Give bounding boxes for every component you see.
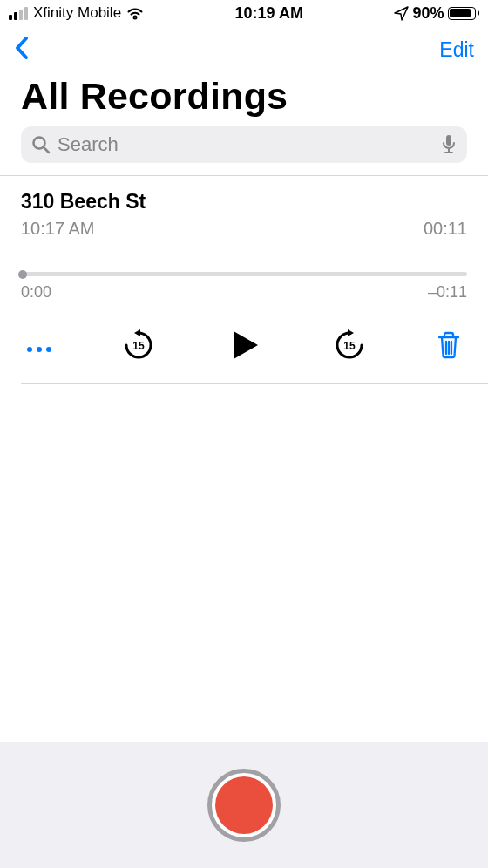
skip-back-15-icon: 15 [121,328,156,363]
svg-marker-6 [134,329,140,336]
microphone-icon[interactable] [441,134,457,155]
play-icon [225,326,263,364]
search-icon [31,135,51,154]
page-title: All Recordings [0,70,488,126]
carrier-label: Xfinity Mobile [33,4,121,22]
skip-forward-15-icon: 15 [332,328,367,363]
battery-percentage: 90% [412,4,444,23]
location-icon [394,6,409,21]
svg-point-5 [46,347,51,352]
recording-title: 310 Beech St [21,190,467,214]
more-options-button[interactable] [26,333,52,361]
search-wrap: Search [0,126,488,175]
record-bar [0,742,488,868]
elapsed-time: 0:00 [21,283,51,302]
scrubber[interactable]: 0:00 –0:11 [0,249,488,307]
svg-marker-9 [348,329,354,336]
back-button[interactable] [14,36,30,64]
status-right: 90% [394,4,479,23]
status-bar: Xfinity Mobile 10:19 AM 90% [0,0,488,26]
scrubber-handle[interactable] [18,270,27,279]
status-left: Xfinity Mobile [9,4,144,22]
ellipsis-icon [26,344,52,355]
record-button[interactable] [207,769,281,842]
svg-point-0 [34,138,45,149]
recording-time: 10:17 AM [21,219,95,239]
cellular-signal-icon [9,7,28,20]
svg-marker-8 [234,331,258,359]
skip-forward-15-button[interactable]: 15 [332,328,367,366]
skip-back-15-button[interactable]: 15 [121,328,156,366]
scrubber-track[interactable] [21,272,467,276]
playback-controls: 15 15 [0,307,488,383]
chevron-left-icon [14,36,30,60]
edit-button[interactable]: Edit [439,38,474,62]
svg-point-4 [37,347,42,352]
recording-item[interactable]: 310 Beech St 10:17 AM 00:11 [0,176,488,249]
divider [21,383,488,384]
nav-bar: Edit [0,26,488,70]
trash-icon [436,330,462,360]
record-icon [215,776,273,834]
recording-meta: 10:17 AM 00:11 [21,219,467,239]
delete-button[interactable] [436,330,462,363]
search-placeholder: Search [58,133,434,156]
wifi-icon [126,7,144,20]
svg-point-3 [27,347,32,352]
svg-text:15: 15 [343,340,356,352]
svg-rect-2 [446,135,451,146]
scrubber-times: 0:00 –0:11 [21,283,467,302]
battery-icon [448,7,480,20]
remaining-time: –0:11 [428,283,467,302]
clock: 10:19 AM [144,4,394,23]
search-input[interactable]: Search [21,126,467,163]
svg-line-1 [44,148,50,153]
play-button[interactable] [225,326,263,368]
recording-duration: 00:11 [424,219,467,239]
svg-text:15: 15 [132,340,145,352]
